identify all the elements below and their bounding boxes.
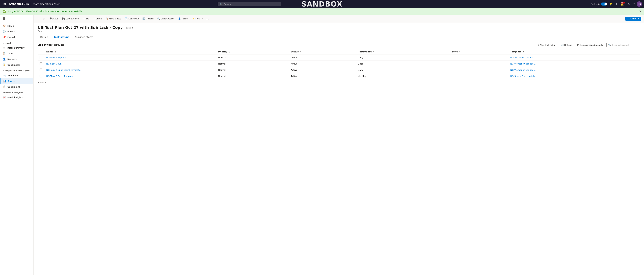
- table-row: NG Spot Count Normal Active Once NG Wome…: [38, 61, 640, 67]
- content-area: ← ⧉ 💾 Save 💾 Save & Close + New ↑ Publis…: [34, 15, 644, 275]
- make-copy-label: Make a copy: [109, 17, 121, 20]
- assign-button[interactable]: 👤 Assign: [176, 16, 190, 21]
- make-copy-button[interactable]: 📋 Make a copy: [104, 16, 123, 21]
- toolbar-divider-1: [47, 17, 47, 21]
- row-checkbox[interactable]: [40, 68, 42, 71]
- col-header-template[interactable]: Template ∨: [508, 49, 640, 54]
- sidebar-item-recent-label: Recent: [8, 30, 15, 33]
- new-icon: +: [82, 17, 84, 20]
- zone-sort-icon: ∨: [459, 51, 461, 53]
- pinned-chevron-icon: ∨: [29, 36, 31, 38]
- my-work-section-label: My work: [0, 41, 33, 45]
- row-template-link[interactable]: NG Shoes Price Update: [510, 75, 536, 77]
- col-status-label: Status: [291, 50, 299, 53]
- row-name-link[interactable]: NG Task 3 Price Template: [46, 75, 74, 77]
- sidebar-item-pinned[interactable]: 📌 Pinned ∨: [0, 34, 33, 40]
- row-name-link[interactable]: NG form template: [46, 56, 66, 59]
- row-template-link[interactable]: NG Womenswear spo...: [510, 62, 536, 65]
- row-status-cell: Active: [289, 54, 356, 61]
- rows-count: Rows: 4: [38, 81, 640, 84]
- deactivate-button[interactable]: 📄 Deactivate: [123, 16, 140, 21]
- add-icon-button[interactable]: +: [614, 1, 619, 6]
- pinned-icon: 📌: [3, 36, 6, 39]
- sidebar-item-templates[interactable]: 📄 Templates: [0, 73, 33, 78]
- filter-input-wrap: 🔍: [606, 43, 640, 47]
- check-access-label: Check Access: [161, 17, 174, 20]
- new-button[interactable]: + New: [81, 16, 90, 21]
- help-icon-button[interactable]: ?: [632, 1, 636, 6]
- sidebar-item-retail-insights[interactable]: 📈 Retail insights: [0, 94, 33, 100]
- save-button[interactable]: 💾 Save: [48, 16, 60, 21]
- analytics-section-label: Advanced analytics: [0, 90, 33, 94]
- new-task-setup-button[interactable]: + New Task setup: [536, 43, 557, 47]
- search-box[interactable]: 🔍: [218, 2, 282, 6]
- row-template-link[interactable]: NG Test form - branc...: [510, 56, 535, 59]
- app-name-label: Store Operations Assist: [31, 3, 62, 5]
- table-body: NG form template Normal Active Daily NG …: [38, 54, 640, 79]
- tab-assigned-stores[interactable]: Assigned stores: [72, 34, 96, 40]
- waffle-icon[interactable]: ⊞: [2, 2, 7, 6]
- sidebar-item-recent[interactable]: 🕐 Recent ∨: [0, 29, 33, 34]
- name-sort-icon: ↑↓: [55, 51, 58, 53]
- search-input[interactable]: [224, 3, 280, 5]
- col-header-priority[interactable]: Priority ∨: [216, 49, 289, 54]
- table-actions: + New Task setup 🔄 Refresh ⊞ See associa…: [536, 43, 640, 47]
- flow-button[interactable]: ⚡ Flow ∨: [190, 16, 204, 21]
- sidebar-item-retail-insights-label: Retail insights: [8, 96, 23, 99]
- sidebar-item-plans[interactable]: 📊 Plans: [0, 78, 33, 84]
- toolbar: ← ⧉ 💾 Save 💾 Save & Close + New ↑ Publis…: [34, 15, 644, 23]
- col-header-name[interactable]: Name ↑↓: [44, 49, 216, 54]
- row-priority-cell: Normal: [216, 61, 289, 67]
- row-priority-cell: Normal: [216, 67, 289, 73]
- sidebar-item-retail-summary[interactable]: ≡ Retail summary: [0, 45, 33, 51]
- sidebar-hamburger[interactable]: ☰: [0, 15, 33, 22]
- col-header-zone[interactable]: Zone ∨: [450, 49, 508, 54]
- row-checkbox[interactable]: [40, 56, 42, 59]
- save-close-button[interactable]: 💾 Save & Close: [60, 16, 80, 21]
- share-button[interactable]: ↗ Share ∨: [626, 16, 641, 21]
- notifications-badge: 99+: [621, 2, 625, 3]
- flow-label: Flow: [196, 17, 200, 20]
- row-name-link[interactable]: NG Spot Count: [46, 62, 62, 65]
- retail-summary-icon: ≡: [3, 46, 6, 49]
- lightbulb-icon-button[interactable]: 💡: [608, 1, 614, 7]
- row-checkbox[interactable]: [40, 62, 42, 65]
- table-refresh-button[interactable]: 🔄 Refresh: [559, 43, 574, 47]
- col-header-status[interactable]: Status ∨: [289, 49, 356, 54]
- table-header-row-element: Name ↑↓ Priority ∨ Status ∨ Recurrence: [38, 49, 640, 54]
- see-associated-button[interactable]: ⊞ See associated records: [576, 43, 604, 47]
- share-chevron-icon: ∨: [637, 17, 639, 20]
- filter-input[interactable]: [612, 44, 638, 46]
- row-name-link[interactable]: NG Task 2 Spot Count Template: [46, 69, 80, 71]
- sidebar-item-tasks[interactable]: 📋 Tasks: [0, 51, 33, 56]
- save-label: Save: [53, 17, 58, 20]
- row-name-cell: NG Task 3 Price Template: [44, 73, 216, 79]
- row-template-link[interactable]: NG Womenswear spo...: [510, 69, 536, 71]
- sidebar-item-quick-notes-label: Quick notes: [8, 64, 20, 66]
- user-avatar[interactable]: MS: [636, 1, 642, 7]
- more-options-button[interactable]: …: [205, 16, 211, 21]
- check-access-button[interactable]: 🔍 Check Access: [156, 16, 176, 21]
- refresh-button[interactable]: 🔄 Refresh: [141, 16, 155, 21]
- sidebar-item-quick-plans[interactable]: 📋 Quick plans: [0, 84, 33, 90]
- new-look-toggle[interactable]: [601, 2, 607, 5]
- new-label: New: [84, 17, 89, 20]
- tab-task-setups[interactable]: Task setups: [51, 34, 72, 40]
- sidebar-item-requests[interactable]: 👤 Requests: [0, 56, 33, 62]
- col-header-recurrence[interactable]: Recurrence ∨: [356, 49, 450, 54]
- publish-button[interactable]: ↑ Publish: [91, 16, 103, 21]
- sidebar-item-quick-plans-label: Quick plans: [8, 86, 20, 88]
- search-icon: 🔍: [220, 3, 222, 5]
- row-checkbox[interactable]: [40, 75, 42, 77]
- list-title: List of task setups: [38, 43, 64, 46]
- tab-details[interactable]: Details: [38, 34, 51, 40]
- templates-icon: 📄: [3, 74, 6, 77]
- back-button[interactable]: ←: [36, 16, 41, 21]
- row-template-cell: NG Womenswear spo...: [508, 61, 640, 67]
- page-icon-button[interactable]: ⧉: [41, 16, 46, 21]
- notification-close-button[interactable]: ✕: [639, 10, 641, 13]
- settings-icon-button[interactable]: ⚙: [626, 1, 631, 7]
- sidebar-item-home[interactable]: 🏠 Home: [0, 23, 33, 29]
- sidebar-item-quick-notes[interactable]: 📝 Quick notes: [0, 62, 33, 68]
- row-recurrence-cell: Daily: [356, 54, 450, 61]
